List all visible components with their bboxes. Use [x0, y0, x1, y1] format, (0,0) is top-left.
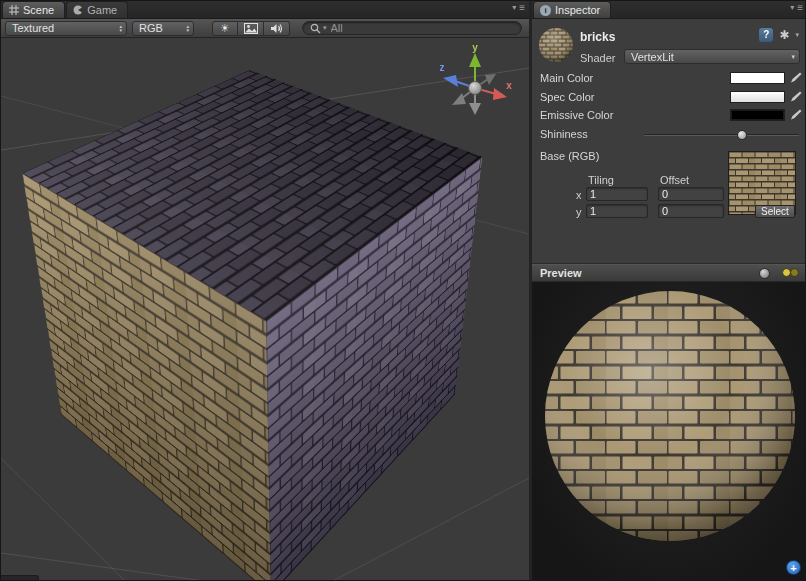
orientation-gizmo[interactable]: z x y [435, 42, 515, 120]
audio-toggle-button[interactable] [264, 21, 290, 36]
scene-tab-options-icon[interactable]: ▾ ≡ [512, 4, 525, 12]
tab-game-label: Game [87, 4, 117, 16]
material-name: bricks [580, 30, 615, 44]
tab-scene[interactable]: Scene [2, 1, 65, 18]
tab-menu-glyph: ≡ [519, 4, 525, 12]
effects-toggle-button[interactable] [238, 21, 264, 36]
spec-color-label: Spec Color [540, 91, 594, 103]
spec-color-row: Spec Color [540, 89, 802, 104]
scene-view-toggles: ☀ [212, 21, 290, 36]
sun-icon: ☀ [220, 22, 230, 35]
tiling-x-field[interactable] [586, 187, 648, 201]
gizmo-x-label: x [506, 80, 512, 91]
eyedropper-icon[interactable] [791, 72, 802, 83]
inspector-info-icon: i [540, 5, 551, 16]
main-color-swatch[interactable] [730, 72, 785, 84]
material-preview-ball [538, 27, 574, 63]
scene-tabbar: Scene Game ▾ ≡ [1, 1, 529, 19]
tab-scene-label: Scene [23, 4, 54, 16]
scene-toolbar: Textured ▴▾ RGB ▴▾ ☀ [1, 19, 529, 38]
draw-mode-dropdown[interactable]: Textured ▴▾ [5, 21, 127, 36]
eyedropper-icon[interactable] [791, 91, 802, 102]
draw-mode-value: Textured [12, 22, 54, 34]
shininess-label: Shininess [540, 128, 588, 140]
game-icon [73, 5, 83, 15]
search-filter-dropdown-icon[interactable]: ▾ [323, 24, 327, 32]
brick-cube[interactable] [128, 109, 354, 496]
scene-grid-icon [9, 5, 19, 15]
emissive-color-label: Emissive Color [540, 109, 613, 121]
preview-sphere [544, 290, 796, 542]
emissive-color-swatch[interactable] [730, 109, 785, 121]
base-texture-thumbnail[interactable]: Select [728, 151, 796, 215]
gizmo-y-label: y [472, 42, 478, 53]
render-mode-dropdown[interactable]: RGB ▴▾ [132, 21, 194, 36]
gear-icon[interactable]: ✱ [779, 29, 789, 41]
shader-dropdown[interactable]: VertexLit ▾ [624, 49, 800, 64]
tab-inspector-label: Inspector [555, 4, 600, 16]
help-icon[interactable]: ? [759, 28, 773, 42]
main-color-label: Main Color [540, 72, 593, 84]
plus-badge-icon[interactable]: + [786, 560, 801, 575]
tab-game[interactable]: Game [66, 1, 128, 18]
scene-search[interactable]: ▾ [302, 21, 522, 35]
tab-dropdown-glyph: ▾ [790, 4, 794, 12]
offset-header: Offset [660, 174, 689, 186]
spec-color-swatch[interactable] [730, 91, 785, 103]
select-texture-button[interactable]: Select [755, 205, 795, 218]
preview-mode-sphere-icon[interactable] [759, 268, 770, 279]
shininess-slider[interactable] [644, 129, 799, 141]
preview-title: Preview [540, 267, 582, 279]
inspector-pane: i Inspector ▾ ≡ bricks Shader VertexLit … [532, 1, 806, 581]
inspector-tabbar: i Inspector ▾ ≡ [532, 1, 806, 19]
dropdown-spinner-icon: ▴▾ [119, 24, 122, 32]
dropdown-spinner-icon: ▴▾ [186, 24, 189, 32]
tiling-y-field[interactable] [586, 204, 648, 218]
shader-label: Shader [580, 52, 615, 64]
slider-thumb[interactable] [737, 130, 747, 140]
preview-header: Preview [532, 264, 806, 282]
dropdown-arrow-icon: ▾ [791, 55, 795, 59]
render-mode-value: RGB [139, 22, 163, 34]
offset-y-field[interactable] [658, 204, 724, 218]
emissive-color-row: Emissive Color [540, 107, 802, 122]
inspector-header-icons: ? ✱ ▾ [759, 28, 799, 42]
tab-menu-glyph: ≡ [797, 4, 803, 12]
gizmo-z-label: z [440, 62, 445, 73]
scene-pane: Scene Game ▾ ≡ Textured ▴▾ [1, 1, 529, 581]
tiling-header: Tiling [588, 174, 614, 186]
search-input[interactable] [331, 22, 514, 34]
tab-inspector[interactable]: i Inspector [533, 1, 611, 18]
speaker-icon [270, 23, 283, 34]
image-icon [244, 23, 258, 34]
offset-x-field[interactable] [658, 187, 724, 201]
unity-editor-window: Scene Game ▾ ≡ Textured ▴▾ [0, 0, 806, 581]
shader-value: VertexLit [631, 51, 674, 63]
gizmo-center-ball[interactable] [469, 82, 482, 95]
base-texture-label: Base (RGB) [540, 150, 599, 162]
lighting-toggle-button[interactable]: ☀ [212, 21, 238, 36]
search-icon [310, 23, 321, 34]
bottom-left-tab [1, 575, 39, 581]
preview-body[interactable]: + [532, 282, 806, 581]
eyedropper-icon[interactable] [791, 109, 802, 120]
scene-viewport[interactable]: z x y [1, 38, 529, 581]
axis-y-label: y [576, 206, 582, 218]
main-color-row: Main Color [540, 70, 802, 85]
tab-dropdown-glyph: ▾ [512, 4, 516, 12]
slider-track[interactable] [644, 134, 799, 136]
axis-x-label: x [576, 189, 582, 201]
preview-lighting-icon[interactable] [782, 268, 799, 278]
context-menu-icon[interactable]: ▾ [795, 31, 799, 39]
inspector-tab-options-icon[interactable]: ▾ ≡ [790, 4, 803, 12]
material-inspector: bricks Shader VertexLit ▾ ? ✱ ▾ Main Col… [532, 19, 806, 264]
